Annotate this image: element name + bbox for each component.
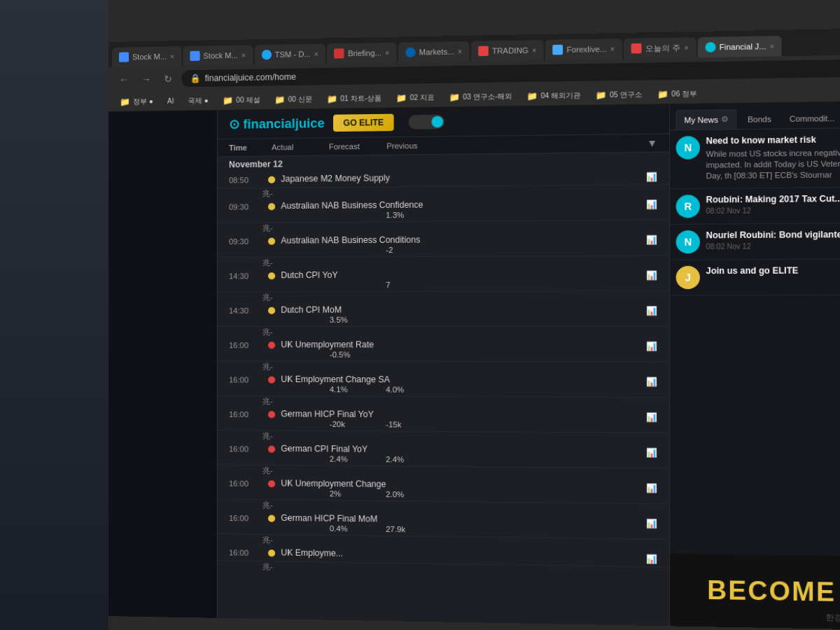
event-row[interactable]: 16:00 German CPI Final YoY 2.4% 2.4% 📊 [218, 441, 669, 469]
event-name: UK Employment Change SA [281, 374, 646, 386]
news-title: Nouriel Roubini: Bond vigilantes [706, 229, 840, 241]
event-chart-icon[interactable]: 📊 [646, 411, 657, 423]
go-elite-button[interactable]: GO ELITE [333, 114, 394, 132]
news-avatar: J [676, 266, 700, 289]
browser-chrome: Stock M... × Stock M... × TSM - D... × B… [108, 28, 840, 112]
logo-text-financial: financial [243, 117, 295, 132]
event-forecast: 2.4% [330, 454, 380, 463]
tab-my-news[interactable]: My News ⚙ [676, 109, 737, 130]
tab-favicon-8 [631, 43, 641, 54]
news-item[interactable]: N Need to know market risk While most US… [670, 128, 840, 189]
tab-close-2[interactable]: × [241, 51, 246, 59]
event-name: Dutch CPI YoY [281, 269, 646, 280]
event-chart-icon[interactable]: 📊 [646, 446, 657, 458]
back-button[interactable]: ← [115, 72, 132, 86]
tab-markets[interactable]: Markets... × [398, 41, 470, 62]
event-chart-icon[interactable]: 📊 [646, 340, 657, 352]
bookmark-item-0[interactable]: 📁 정부 ● [114, 94, 159, 108]
gear-icon[interactable]: ⚙ [721, 115, 729, 125]
tab-close-9[interactable]: × [770, 42, 774, 50]
tab-close-4[interactable]: × [385, 49, 389, 57]
event-chart-icon[interactable]: 📊 [646, 171, 657, 183]
event-chart-icon[interactable]: 📊 [646, 552, 657, 564]
tab-close-8[interactable]: × [684, 43, 688, 52]
bookmark-folder-research[interactable]: 📁 03 연구소-해외 [443, 90, 518, 104]
event-chart-icon[interactable]: 📊 [646, 269, 657, 281]
event-row[interactable]: 16:00 UK Unemployment Rate -0.5% 📊 [218, 337, 669, 363]
event-previous: 2.4% [386, 455, 437, 464]
event-main: UK Unemployment Rate -0.5% [275, 340, 646, 359]
bookmark-item-ai[interactable]: AI [162, 96, 180, 106]
news-time: 08:02 Nov 12 [706, 242, 840, 251]
fj-events-list[interactable]: 08:50 Japanese M2 Money Supply 📊 兆- 09:3… [218, 168, 669, 626]
event-forecast [330, 246, 380, 255]
tab-korean[interactable]: 오늘의 주 × [624, 37, 696, 59]
event-row[interactable]: 16:00 UK Employment Change SA 4.1% 4.0% … [218, 372, 669, 398]
filter-icon[interactable]: ▼ [647, 137, 657, 149]
tab-favicon-7 [553, 45, 564, 55]
toggle-switch[interactable] [408, 115, 444, 130]
news-content: Join us and go ELITE [706, 265, 840, 277]
news-title: Roubini: Making 2017 Tax Cut... [706, 193, 840, 206]
event-chart-icon[interactable]: 📊 [646, 517, 657, 529]
event-chart-icon[interactable]: 📊 [646, 482, 657, 493]
event-row[interactable]: 14:30 Dutch CPI YoY 7 📊 [218, 267, 669, 293]
event-chart-icon[interactable]: 📊 [646, 198, 657, 210]
bookmark-folder-news[interactable]: 📁 00 신문 [269, 92, 318, 106]
event-priority-dot [268, 550, 275, 556]
ad-prefix: BE [707, 575, 748, 606]
event-row[interactable]: 09:30 Australian NAB Business Conditions… [218, 231, 669, 258]
event-row[interactable]: 14:30 Dutch CPI MoM 3.5% 📊 [218, 302, 669, 327]
news-item[interactable]: N Nouriel Roubini: Bond vigilantes 08:02… [670, 223, 840, 260]
event-values: -20k -15k [281, 419, 646, 430]
tab-close-5[interactable]: × [458, 48, 462, 55]
commodities-label: Commodit... [790, 113, 835, 122]
tab-close-7[interactable]: × [610, 45, 615, 52]
event-chart-icon[interactable]: 📊 [646, 304, 657, 316]
event-priority-dot [268, 515, 275, 522]
news-avatar: N [676, 230, 700, 253]
bookmark-folder-00[interactable]: 📁 00 제설 [217, 93, 266, 106]
col-header-previous: Previous [386, 141, 444, 150]
tab-commodities[interactable]: Commodit... [782, 109, 840, 127]
folder-icon-1: 📁 [223, 95, 233, 105]
news-list[interactable]: N Need to know market risk While most US… [670, 128, 840, 556]
event-chart-icon[interactable]: 📊 [646, 375, 657, 387]
bookmark-folder-overseas[interactable]: 📁 04 해외기관 [521, 89, 587, 103]
bookmark-folder-research2[interactable]: 📁 05 연구소 [589, 88, 648, 102]
news-item[interactable]: J Join us and go ELITE [670, 259, 840, 295]
tab-financialjuice[interactable]: Financial J... × [698, 36, 782, 57]
bookmark-item-intl[interactable]: 국제 ● [183, 94, 214, 107]
watermark-text: 한경@닷컴 [825, 612, 840, 624]
tab-tsm[interactable]: TSM - D... × [254, 44, 326, 65]
bookmark-folder-indicator[interactable]: 📁 02 지표 [391, 91, 440, 104]
tab-bonds[interactable]: Bonds [740, 110, 778, 128]
tab-trading[interactable]: TRADING × [471, 40, 544, 61]
tab-forexlive[interactable]: Forexlive... × [545, 38, 622, 60]
event-priority-dot [268, 238, 275, 245]
lock-icon: 🔒 [190, 74, 200, 83]
event-time: 09:30 [229, 201, 268, 211]
event-priority-dot [268, 411, 275, 418]
tab-close-3[interactable]: × [314, 50, 318, 57]
event-previous [386, 560, 437, 561]
reload-button[interactable]: ↻ [160, 71, 176, 85]
event-chart-icon[interactable]: 📊 [646, 233, 657, 245]
event-values: -2 [281, 244, 646, 255]
event-row[interactable]: 16:00 German HICP Final YoY -20k -15k 📊 [218, 407, 669, 433]
event-forecast: -0.5% [330, 350, 380, 358]
event-priority-dot [268, 203, 275, 210]
event-actual [281, 489, 323, 498]
event-row[interactable]: 09:30 Australian NAB Business Confidence… [218, 196, 669, 223]
bookmark-folder-gov[interactable]: 📁 06 정부 [651, 87, 703, 101]
event-actual [281, 419, 323, 428]
tab-briefing[interactable]: Briefing... × [327, 43, 396, 64]
bookmark-folder-chart[interactable]: 📁 01 차트-상품 [321, 92, 387, 106]
news-item[interactable]: R Roubini: Making 2017 Tax Cut... 08:02 … [670, 188, 840, 225]
forward-button[interactable]: → [138, 72, 155, 86]
tab-stock-1[interactable]: Stock M... × [112, 46, 181, 67]
event-main: UK Employment Change SA 4.1% 4.0% [275, 374, 646, 395]
tab-close-6[interactable]: × [532, 46, 536, 54]
tab-stock-2[interactable]: Stock M... × [183, 45, 253, 66]
tab-close-1[interactable]: × [170, 52, 174, 60]
